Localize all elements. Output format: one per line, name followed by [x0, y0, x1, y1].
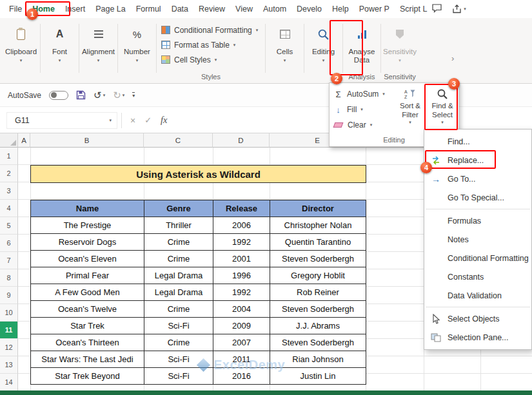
cell[interactable]: Crime [144, 334, 213, 351]
cell[interactable]: Christopher Nolan [270, 217, 366, 234]
cell[interactable]: 2001 [213, 251, 270, 267]
cell[interactable]: Rob Reiner [270, 284, 366, 301]
redo-button[interactable]: ↻▾ [113, 90, 124, 101]
tab-file[interactable]: File [4, 1, 27, 18]
cell[interactable]: 2016 [213, 368, 270, 385]
undo-button[interactable]: ↺▾ [94, 90, 105, 101]
cell[interactable]: 1996 [213, 267, 270, 284]
cell[interactable]: Sci-Fi [144, 318, 213, 334]
row-header[interactable]: 1 [0, 148, 18, 165]
customize-qat-chevron[interactable]: ▾ [132, 92, 135, 99]
cell[interactable]: 2004 [213, 301, 270, 318]
row-header[interactable]: 9 [0, 287, 18, 304]
cell[interactable]: 1992 [213, 234, 270, 251]
tab-power-pivot[interactable]: Power P [354, 1, 395, 18]
cell[interactable]: The Prestige [31, 217, 144, 234]
cell[interactable]: Star Wars: The Last Jedi [31, 351, 144, 368]
tab-developer[interactable]: Develo [291, 1, 327, 18]
cell[interactable]: Steven Soderbergh [270, 301, 366, 318]
menu-item-find[interactable]: Find... [424, 132, 531, 151]
menu-item-conditional-formatting[interactable]: Conditional Formatting [424, 249, 531, 267]
row-header[interactable]: 13 [0, 356, 18, 374]
autosum-button[interactable]: Σ AutoSum ▾ [333, 86, 395, 102]
ribbon-group-font[interactable]: A Font ▾ [41, 19, 78, 83]
menu-item-replace[interactable]: Replace... [424, 151, 531, 169]
cell[interactable]: Rian Johnson [270, 351, 366, 368]
menu-item-formulas[interactable]: Formulas [424, 211, 531, 230]
column-header-b[interactable]: B [30, 133, 144, 148]
cell[interactable]: Thriller [144, 217, 213, 234]
cell[interactable]: 2011 [213, 351, 270, 368]
fill-button[interactable]: ↓ Fill ▾ [333, 102, 395, 117]
ribbon-group-clipboard[interactable]: Clipboard ▾ [3, 19, 39, 83]
tab-formulas[interactable]: Formul [131, 1, 166, 18]
row-header[interactable]: 14 [0, 374, 18, 391]
header-cell-release[interactable]: Release [213, 200, 270, 217]
cell[interactable]: Quentin Tarantino [270, 234, 366, 251]
menu-item-go-to[interactable]: → Go To... [424, 169, 531, 188]
header-cell-name[interactable]: Name [31, 200, 144, 217]
sensitivity-button[interactable]: Sensitivity [383, 48, 417, 55]
cell[interactable]: Crime [144, 251, 213, 267]
cell[interactable]: Sci-Fi [144, 351, 213, 368]
find-select-button[interactable]: Find & Select ▾ [428, 86, 457, 131]
ribbon-group-cells[interactable]: Cells ▾ [266, 19, 303, 83]
cell[interactable]: 2007 [213, 334, 270, 351]
tab-data[interactable]: Data [166, 1, 193, 18]
share-button[interactable]: ▾ [452, 5, 466, 14]
cell[interactable]: A Few Good Men [31, 284, 144, 301]
select-all-corner[interactable] [0, 133, 18, 148]
cell[interactable]: Star Trek [31, 318, 144, 334]
tab-page-layout[interactable]: Page La [90, 1, 131, 18]
column-header-c[interactable]: C [144, 133, 213, 148]
row-header[interactable]: 3 [0, 182, 18, 200]
menu-item-select-objects[interactable]: Select Objects [424, 309, 531, 328]
column-header-d[interactable]: D [213, 133, 270, 148]
tab-review[interactable]: Review [193, 1, 230, 18]
insert-function-icon[interactable]: fx [156, 115, 172, 126]
name-box[interactable]: G11 ▾ [6, 112, 117, 129]
cell[interactable]: Ocean's Thirteen [31, 334, 144, 351]
cell[interactable]: Ocean's Eleven [31, 251, 144, 267]
format-as-table-button[interactable]: Format as Table ▾ [157, 37, 264, 52]
cell[interactable]: Justin Lin [270, 368, 366, 385]
row-header[interactable]: 7 [0, 252, 18, 269]
cell[interactable]: J.J. Abrams [270, 318, 366, 334]
sort-filter-button[interactable]: AZ Sort & Filter ▾ [395, 86, 425, 131]
tab-help[interactable]: Help [327, 1, 354, 18]
analyse-data-button[interactable]: Analyse Data [344, 48, 380, 64]
cell[interactable]: Sci-Fi [144, 368, 213, 385]
cell[interactable]: 2006 [213, 217, 270, 234]
cancel-icon[interactable]: × [126, 115, 140, 126]
cell[interactable]: Star Trek Beyond [31, 368, 144, 385]
clear-button[interactable]: Clear ▾ [333, 117, 395, 133]
cell[interactable]: Legal Drama [144, 267, 213, 284]
cell[interactable]: Primal Fear [31, 267, 144, 284]
comment-icon[interactable] [432, 4, 442, 15]
save-icon[interactable] [76, 90, 86, 100]
tab-view[interactable]: View [230, 1, 258, 18]
tab-insert[interactable]: Insert [60, 1, 90, 18]
header-cell-genre[interactable]: Genre [144, 200, 213, 217]
menu-item-notes[interactable]: Notes [424, 230, 531, 249]
column-header-a[interactable]: A [18, 133, 30, 148]
autosave-toggle[interactable] [49, 91, 68, 100]
row-header[interactable]: 8 [0, 269, 18, 287]
cell[interactable]: Reservoir Dogs [31, 234, 144, 251]
cell[interactable]: Crime [144, 301, 213, 318]
cell[interactable]: Legal Drama [144, 284, 213, 301]
cell-styles-button[interactable]: Cell Styles ▾ [157, 52, 264, 67]
cell[interactable]: Ocean's Twelve [31, 301, 144, 318]
row-header[interactable]: 6 [0, 235, 18, 252]
row-header-selected[interactable]: 11 [0, 322, 18, 339]
cell[interactable]: Gregory Hoblit [270, 267, 366, 284]
cell[interactable]: 1992 [213, 284, 270, 301]
row-header[interactable]: 5 [0, 217, 18, 235]
row-header[interactable]: 2 [0, 165, 18, 182]
enter-icon[interactable]: ✓ [140, 115, 156, 125]
header-cell-director[interactable]: Director [270, 200, 366, 217]
cell[interactable]: Steven Soderbergh [270, 251, 366, 267]
cell[interactable]: Steven Soderbergh [270, 334, 366, 351]
menu-item-constants[interactable]: Constants [424, 267, 531, 286]
cell[interactable]: 2009 [213, 318, 270, 334]
